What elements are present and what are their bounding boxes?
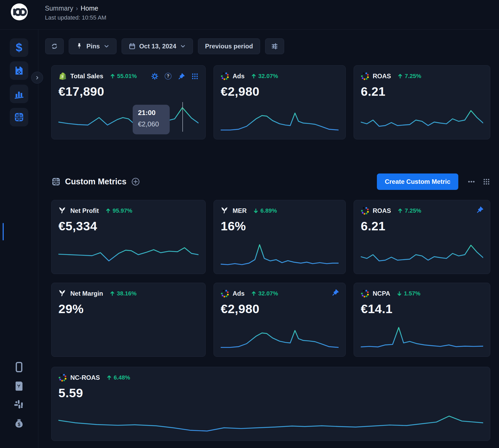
metric-value: €2,980 — [221, 301, 339, 316]
drag-handle-icon[interactable] — [191, 73, 198, 80]
breadcrumb: Summary › Home — [45, 4, 106, 12]
svg-text:S: S — [61, 74, 63, 79]
arrow-up-icon — [107, 375, 112, 380]
metric-title: NCPA — [373, 290, 390, 297]
whale-tail-icon — [58, 289, 67, 298]
sidebar-item-mobile-app[interactable] — [11, 360, 27, 374]
custom-metrics-section-header: Custom Metrics Create Custom Metric — [51, 173, 490, 190]
metric-value: €14.1 — [361, 301, 483, 316]
pinned-metrics-row: S Total Sales 55.01% ? — [51, 65, 490, 139]
chevron-down-icon — [180, 43, 186, 49]
whale-tail-icon — [58, 207, 67, 215]
add-metric-icon[interactable] — [131, 177, 140, 186]
breadcrumb-section[interactable]: Summary — [45, 4, 73, 12]
settings-gear-icon[interactable] — [151, 73, 158, 80]
help-icon[interactable]: ? — [165, 73, 172, 80]
metric-value: €17,890 — [58, 84, 198, 99]
pins-dropdown[interactable]: Pins — [69, 38, 117, 54]
sparkline-chart[interactable] — [58, 408, 483, 435]
metric-title: MER — [233, 207, 247, 214]
metric-value: 5.59 — [58, 386, 483, 400]
blended-ads-icon — [361, 207, 369, 215]
tooltip-time: 21:00 — [138, 109, 164, 117]
metric-card-net-profit: Net Profit 95.97% €5,334 — [51, 200, 206, 274]
metric-value: 16% — [221, 219, 339, 233]
arrow-up-icon — [398, 74, 403, 79]
metric-title: Ads — [233, 290, 244, 297]
arrow-up-icon — [110, 74, 115, 79]
change-badge: 38.16% — [110, 290, 137, 297]
top-header-bar: Summary › Home Last updated: 10:55 AM — [0, 0, 499, 30]
arrow-up-icon — [251, 74, 256, 79]
main-content: Pins Oct 13, 2024 Previous period S Tota… — [39, 30, 499, 448]
metric-card-ads-custom: Ads 32.07% €2,980 — [214, 283, 346, 357]
date-picker-button[interactable]: Oct 13, 2024 — [122, 38, 193, 54]
active-nav-indicator — [3, 223, 4, 240]
metric-card-total-sales: S Total Sales 55.01% ? — [51, 65, 206, 139]
blended-ads-icon — [58, 373, 67, 382]
chevron-right-icon — [35, 75, 40, 80]
sidebar-item-sales[interactable]: $ — [10, 38, 28, 57]
sidebar-item-custom-metrics[interactable] — [10, 108, 28, 126]
change-badge: 32.07% — [251, 290, 278, 297]
calculator-icon — [14, 112, 24, 122]
sparkline-chart[interactable]: 21:00 €2,060 — [58, 106, 198, 134]
sidebar-item-apps[interactable] — [11, 379, 27, 393]
sidebar-item-analytics[interactable] — [10, 85, 28, 103]
save-icon — [14, 65, 24, 76]
sparkline-chart[interactable] — [361, 241, 483, 268]
metric-card-nc-roas: NC-ROAS 6.48% 5.59 — [51, 367, 490, 441]
compare-label: Previous period — [205, 43, 253, 50]
whale-tail-icon — [221, 207, 229, 215]
metric-title: NC-ROAS — [70, 374, 100, 381]
sparkline-chart[interactable] — [361, 324, 483, 351]
chart-crosshair-line — [182, 102, 183, 132]
arrow-up-icon — [251, 291, 256, 296]
sidebar-item-slack[interactable] — [11, 398, 27, 412]
section-drag-handle-icon[interactable] — [483, 178, 490, 185]
sparkline-chart[interactable] — [221, 241, 339, 268]
slack-icon — [13, 399, 25, 410]
create-custom-metric-button[interactable]: Create Custom Metric — [377, 173, 458, 190]
refresh-button[interactable] — [45, 38, 64, 54]
blended-ads-icon — [361, 289, 369, 298]
arrow-up-icon — [398, 208, 403, 213]
pushpin-icon — [76, 43, 83, 50]
arrow-up-icon — [105, 208, 111, 213]
change-badge: 55.01% — [110, 73, 137, 80]
change-badge: 95.97% — [105, 207, 132, 214]
last-updated-text: Last updated: 10:55 AM — [45, 14, 106, 21]
metric-title: Net Profit — [70, 207, 99, 214]
sparkline-chart[interactable] — [58, 241, 198, 268]
blended-ads-icon — [221, 289, 229, 298]
metric-title: ROAS — [373, 207, 391, 214]
arrow-down-icon — [397, 291, 402, 296]
metric-card-roas: ROAS 7.25% 6.21 — [354, 65, 490, 139]
filters-button[interactable] — [265, 38, 284, 54]
bar-chart-icon — [14, 89, 24, 99]
sidebar-item-saved[interactable] — [10, 61, 28, 80]
pin-icon[interactable] — [476, 206, 484, 213]
blended-ads-icon — [221, 72, 229, 80]
pin-icon[interactable] — [178, 73, 185, 80]
metric-title: Total Sales — [70, 72, 103, 80]
sidebar-item-revenue[interactable]: $ — [11, 416, 27, 430]
whale-book-icon — [13, 381, 25, 392]
sliders-icon — [271, 43, 278, 50]
sidebar-expand-button[interactable] — [31, 72, 43, 84]
metric-title: Net Margin — [70, 290, 103, 297]
section-title: Custom Metrics — [65, 177, 127, 186]
change-badge: 6.48% — [107, 374, 130, 381]
sparkline-chart[interactable] — [221, 106, 339, 134]
change-badge: 7.25% — [398, 73, 421, 80]
app-logo[interactable] — [11, 3, 28, 20]
refresh-icon — [51, 43, 58, 50]
compare-period-button[interactable]: Previous period — [198, 38, 260, 54]
pin-icon[interactable] — [332, 289, 339, 296]
sparkline-chart[interactable] — [361, 106, 483, 134]
calendar-icon — [129, 43, 136, 50]
change-badge: 6.89% — [253, 207, 277, 214]
more-options-icon[interactable] — [468, 178, 475, 185]
breadcrumb-page[interactable]: Home — [81, 4, 98, 12]
sparkline-chart[interactable] — [221, 324, 339, 351]
